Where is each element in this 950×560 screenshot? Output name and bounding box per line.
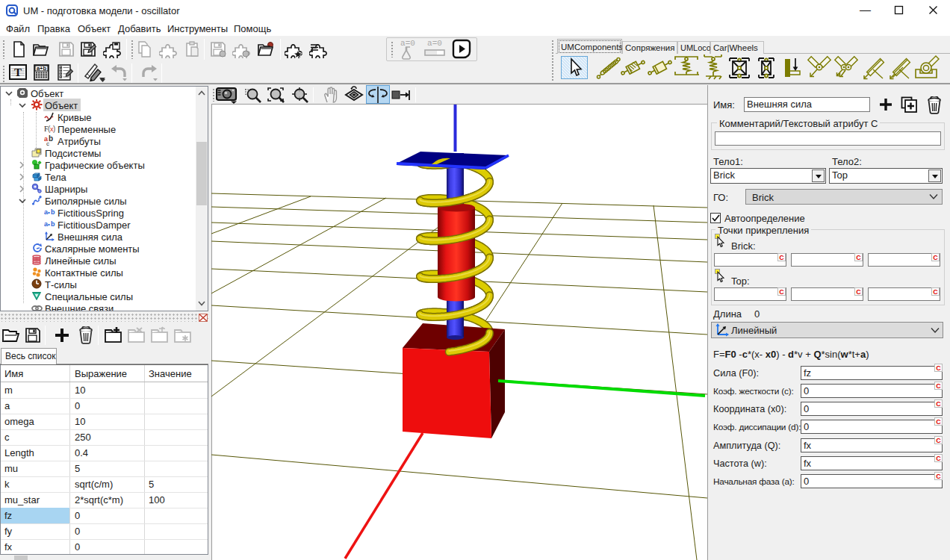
- svg-text:T: T: [14, 66, 22, 78]
- svg-text:): ): [53, 125, 55, 133]
- svg-text:a+b: a+b: [37, 65, 47, 72]
- svg-text:b: b: [51, 208, 55, 216]
- svg-text:•: •: [48, 221, 50, 228]
- svg-text:•: •: [48, 209, 50, 216]
- svg-text:b: b: [51, 220, 55, 228]
- svg-text:c: c: [46, 140, 49, 146]
- svg-text:a=0: a=0: [427, 39, 442, 48]
